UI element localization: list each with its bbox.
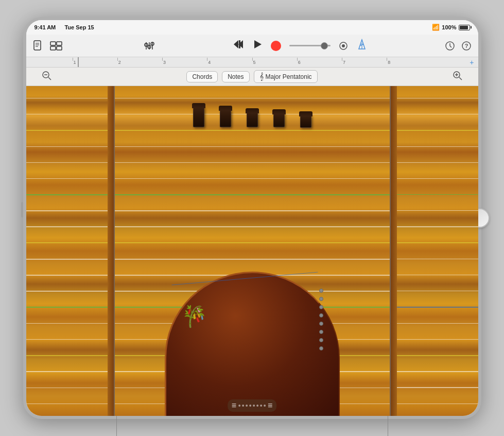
tuning-pin-3 [319, 305, 323, 309]
new-song-button[interactable] [32, 40, 44, 52]
ruler-mark-7: 7 [342, 60, 387, 65]
rs-17 [397, 355, 478, 356]
side-button[interactable] [21, 202, 23, 217]
rs-9 [397, 226, 478, 227]
chords-button[interactable]: Chords [186, 71, 218, 82]
help-button[interactable]: ? [461, 41, 472, 51]
left-panel[interactable] [26, 86, 114, 416]
add-section-button[interactable]: + [470, 58, 474, 66]
scroll-left-icon[interactable]: ≡ [232, 401, 236, 410]
ruler-marks: 1 2 3 4 5 6 7 8 [73, 60, 432, 65]
cs-4 [115, 146, 390, 147]
bamboo-decoration: 🎋 [181, 303, 208, 329]
svg-rect-0 [34, 41, 41, 50]
rewind-icon [233, 39, 244, 49]
battery-label: 100% [442, 24, 456, 30]
ruler-mark-4: 4 [207, 60, 252, 65]
zoom-out-icon [42, 71, 52, 81]
string-12 [26, 275, 114, 276]
cs-10 [115, 242, 390, 243]
rs-3 [397, 130, 478, 131]
output-icon [339, 41, 348, 51]
string-8 [26, 210, 114, 211]
scroll-dots [238, 405, 266, 407]
zoom-out-button[interactable] [42, 71, 52, 83]
mixer-button[interactable] [144, 40, 155, 52]
cs-9 [115, 226, 390, 227]
tuning-pin-1 [319, 289, 323, 293]
svg-line-25 [450, 46, 451, 47]
tempo-button[interactable] [445, 41, 455, 51]
rs-5 [397, 162, 478, 163]
track-view-button[interactable] [50, 40, 62, 52]
tuning-pin-2 [319, 297, 323, 301]
output-selector[interactable] [339, 41, 348, 51]
toolbar-right: ? [445, 41, 472, 51]
rs-8 [397, 210, 478, 211]
string-1 [26, 98, 114, 99]
cs-7 [115, 194, 390, 195]
zoom-in-button[interactable] [453, 71, 463, 83]
tuning-pin-8 [319, 346, 323, 350]
status-left: 9:41 AM Tue Sep 15 [34, 24, 94, 30]
volume-thumb[interactable] [321, 42, 328, 49]
tuning-pin-4 [319, 313, 323, 317]
right-panel[interactable] [391, 86, 478, 416]
rs-12 [397, 275, 478, 276]
svg-rect-6 [50, 46, 56, 50]
bottom-connections [26, 416, 478, 436]
rs-20 [397, 404, 478, 405]
scroll-dot-8 [264, 405, 266, 407]
svg-marker-14 [234, 40, 238, 48]
ruler-mark-5: 5 [252, 60, 297, 65]
string-20 [26, 404, 114, 405]
battery-fill [460, 26, 468, 29]
svg-line-34 [459, 77, 462, 80]
track-view-icon [50, 40, 62, 52]
string-16 [26, 339, 114, 340]
tuning-pin-5 [319, 322, 323, 326]
string-11 [26, 259, 114, 260]
cs-5 [115, 162, 390, 163]
string-7 [26, 194, 114, 195]
notes-button[interactable]: Notes [222, 71, 249, 82]
volume-slider[interactable] [289, 45, 331, 46]
right-connection-line [388, 416, 388, 436]
string-19 [26, 388, 114, 389]
rs-11 [397, 259, 478, 260]
cs-8 [115, 210, 390, 211]
rewind-button[interactable] [233, 39, 244, 52]
toolbar: ? [26, 35, 478, 57]
svg-marker-17 [254, 40, 262, 48]
center-panel[interactable]: 🎋 [115, 86, 390, 416]
left-strings [26, 86, 114, 416]
scale-label: Major Pentatonic [266, 73, 312, 80]
ipad-device: 9:41 AM Tue Sep 15 📶 100% [23, 17, 481, 419]
rs-2 [397, 114, 478, 115]
bridge-pins-area [193, 107, 311, 127]
tuning-pin-6 [319, 330, 323, 334]
record-button[interactable] [271, 41, 281, 51]
string-18 [26, 371, 114, 372]
play-icon [252, 39, 263, 49]
status-bar: 9:41 AM Tue Sep 15 📶 100% [26, 20, 478, 35]
ipad-screen: 9:41 AM Tue Sep 15 📶 100% [26, 20, 478, 416]
metronome-icon [356, 39, 368, 50]
scroll-dot-6 [256, 405, 258, 407]
scroll-controls: ≡ ≡ [228, 399, 277, 412]
string-5 [26, 162, 114, 163]
ruler-mark-1: 1 [73, 60, 117, 65]
scroll-right-icon[interactable]: ≡ [268, 401, 272, 410]
bridge-pin-4 [273, 113, 285, 127]
battery-icon [459, 25, 470, 30]
string-13 [26, 291, 114, 292]
left-connection-line [116, 416, 117, 436]
song-controls: Chords Notes 𝄞 Major Pentatonic [26, 68, 478, 86]
scale-selector[interactable]: 𝄞 Major Pentatonic [254, 70, 318, 83]
metronome-button[interactable] [356, 39, 368, 53]
play-button[interactable] [252, 39, 263, 52]
mixer-icon [144, 40, 155, 52]
scale-icon: 𝄞 [259, 72, 264, 81]
bridge-pin-5 [300, 115, 311, 128]
ruler-mark-3: 3 [162, 60, 207, 65]
